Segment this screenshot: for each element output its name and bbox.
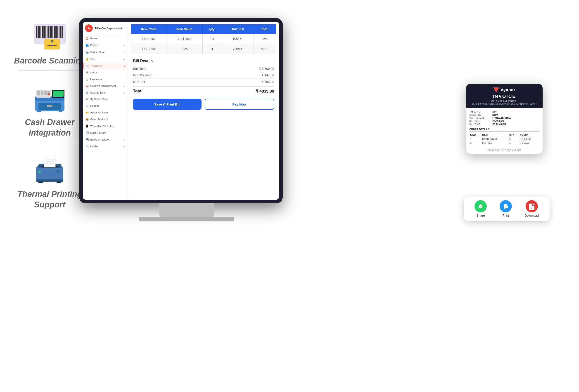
nav-utilities[interactable]: 🔧 Utilities ∨	[83, 143, 128, 150]
svg-rect-28	[53, 91, 64, 97]
svg-point-62	[507, 206, 507, 207]
sub-total-row: Sub Total ₹ 3,300.00	[133, 65, 274, 72]
nav-expenses[interactable]: 📋 Expenses	[83, 76, 128, 82]
svg-text:PDF: PDF	[530, 207, 533, 209]
bill-time-label: BILL TIME	[469, 123, 492, 126]
svg-rect-3	[39, 26, 40, 38]
feature-cash-drawer: Cash DrawerIntegration	[13, 84, 86, 143]
share-action[interactable]: Share	[475, 200, 487, 217]
nav-other-products-label: Other Products	[90, 118, 108, 121]
sale-arrow: ∨	[124, 58, 125, 60]
nav-home-label: Home	[90, 37, 97, 40]
order-col-sno: S.NO	[469, 133, 481, 137]
print-action[interactable]: Print	[500, 200, 512, 217]
svg-rect-59	[504, 207, 507, 209]
invoice-address: 13, 2ND CROSS, HSR LAYOUT, BANGALORE, KA…	[472, 103, 536, 106]
discount-label: Item Discount	[133, 73, 152, 77]
order-row: 2 M. FRIES 1 RS.65.00	[469, 141, 539, 145]
svg-rect-26	[47, 105, 53, 107]
online-store-plus: +	[123, 50, 125, 54]
backup-icon: 💾	[85, 138, 89, 141]
invoice-area: Item Code Item Name Qty Unit cost Total …	[128, 22, 279, 200]
nav-my-online-store[interactable]: 🛍 My Online Store	[83, 96, 128, 102]
nav-backup-label: Backup/Restore	[90, 138, 109, 141]
order-no-label: ORDER NO	[469, 114, 492, 116]
invoice-store-name: All In One Supermarket	[492, 99, 517, 102]
backup-arrow: ∨	[124, 138, 125, 141]
parties-arrow: ∨	[124, 44, 125, 47]
nav-purchase[interactable]: 🛒 Purchase ∨	[83, 62, 128, 69]
svg-point-20	[51, 40, 53, 43]
col-item-code: Item Code	[131, 25, 166, 34]
order-row2-qty: 1	[508, 141, 519, 145]
nav-home[interactable]: 🏠 Home	[83, 35, 128, 42]
nav-sale[interactable]: 💰 Sale ∨	[83, 56, 128, 62]
svg-rect-58	[504, 206, 507, 206]
total-row: Total ₹ 4039.00	[133, 86, 274, 95]
nav-whatsapp[interactable]: 📱 WhatsApp Marketing	[83, 123, 128, 129]
purchase-arrow: ∨	[124, 65, 125, 67]
nav-cash-bank-label: Cash & Bank	[90, 91, 105, 94]
nav-reports[interactable]: 📊 Reports	[83, 102, 128, 109]
cash-bank-icon: 🏦	[85, 91, 89, 94]
table-no-value: :014	[492, 111, 497, 113]
nav-online-store[interactable]: 🏪 Online Store +	[83, 49, 128, 56]
svg-rect-43	[44, 157, 55, 167]
order-no-value: :2199	[492, 114, 498, 116]
save-print-button[interactable]: Save & Print Bill	[133, 99, 202, 110]
nav-apply-loan[interactable]: 💳 Apply For Loan	[83, 109, 128, 116]
vpos-icon: 🖥	[85, 71, 88, 74]
nav-godown[interactable]: 🏭 Godown Management ∨	[83, 82, 128, 89]
invoice-footer: RESTAURANT II HAVE A NICE DAY	[469, 147, 539, 151]
svg-rect-32	[44, 91, 47, 93]
meta-order-no: ORDER NO :2199	[469, 114, 539, 116]
online-store-icon: 🏪	[85, 51, 89, 54]
row2-total: 2736	[254, 44, 276, 54]
order-row2-sno: 2	[469, 141, 481, 145]
row1-item-code: HSN2367	[131, 34, 166, 44]
print-circle	[500, 200, 512, 212]
svg-rect-6	[43, 26, 45, 38]
order-row2-amount: RS.65.00	[519, 141, 539, 145]
svg-rect-14	[55, 26, 57, 38]
discount-value: ₹ 144.00	[261, 73, 274, 77]
svg-rect-33	[48, 91, 50, 93]
expenses-icon: 📋	[85, 77, 89, 81]
download-label: Download	[524, 214, 539, 217]
svg-rect-38	[37, 111, 41, 112]
invoice-meta: TABLE NO :014 ORDER NO :2199 WAITER NAME…	[469, 111, 539, 126]
cash-bank-arrow: ∨	[124, 92, 125, 94]
svg-point-50	[38, 170, 41, 173]
apply-loan-icon: 💳	[85, 111, 89, 114]
action-buttons: Save & Print Bill Pay Now	[131, 97, 276, 112]
nav-sync-label: Sync & Share	[90, 131, 106, 134]
nav-parties[interactable]: 👥 Parties ∨	[83, 42, 128, 49]
svg-point-49	[58, 170, 60, 173]
col-total: Total	[254, 25, 276, 34]
utilities-icon: 🔧	[85, 145, 89, 148]
sidebar-expand-icon: ›	[125, 27, 126, 30]
invoice-title: INVOICE	[493, 94, 516, 99]
nav-other-products[interactable]: 📦 Other Products	[83, 116, 128, 123]
svg-rect-36	[44, 93, 47, 95]
nav-online-store-label: Online Store	[90, 51, 105, 54]
svg-rect-10	[50, 26, 51, 38]
download-action[interactable]: PDF Download	[524, 200, 539, 217]
nav-parties-label: Parties	[90, 44, 98, 47]
meta-bill-time: BILL TIME :08:12:45 PM	[469, 123, 539, 126]
nav-sync-share[interactable]: 🔄 Sync & Share	[83, 129, 128, 136]
col-item-name: Item Name	[166, 25, 202, 34]
nav-cash-bank[interactable]: 🏦 Cash & Bank ∨	[83, 89, 128, 96]
nav-backup[interactable]: 💾 Backup/Restore ∨	[83, 136, 128, 143]
godown-arrow: ∨	[124, 85, 125, 87]
whatsapp-icon: 📱	[85, 124, 89, 128]
svg-rect-4	[40, 26, 41, 38]
nav-vpos[interactable]: 🖥 VPOS	[83, 69, 128, 76]
nav-utilities-label: Utilities	[90, 145, 99, 148]
svg-rect-17	[60, 26, 61, 38]
row2-unit-cost: 750/pc	[221, 44, 254, 54]
main-content: Item Code Item Name Qty Unit cost Total …	[128, 22, 279, 200]
monitor-container: A All In One Supermarket › 🏠 Home 👥	[79, 18, 294, 222]
bill-details-title: Bill Details	[133, 59, 274, 63]
pay-now-button[interactable]: Pay Now	[205, 99, 274, 110]
